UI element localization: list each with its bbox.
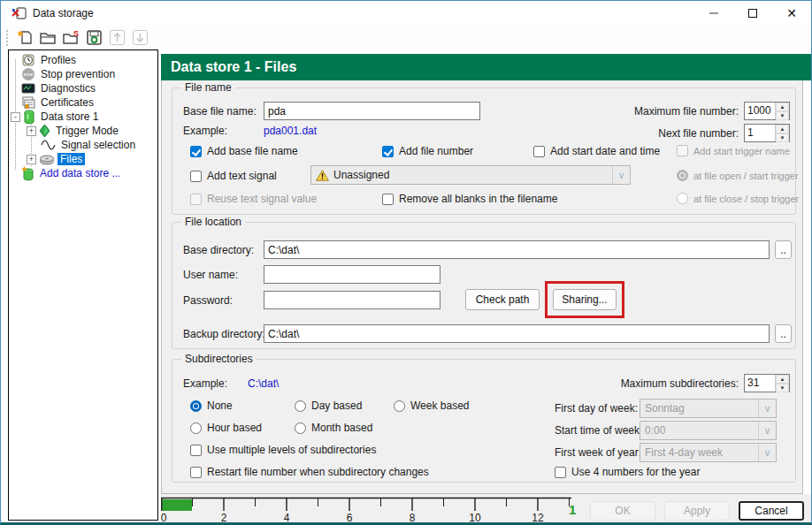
password-input[interactable] (264, 291, 440, 309)
spin-down-icon[interactable]: ▼ (776, 111, 789, 120)
radio-icon[interactable] (295, 422, 306, 434)
reuse-text-signal-checkbox: Reuse text signal value (190, 193, 317, 205)
file-name-group: File name Base file name: Maximum file n… (172, 88, 796, 215)
spin-down-icon[interactable]: ▼ (776, 133, 789, 142)
spin-down-icon[interactable]: ▼ (776, 384, 789, 392)
spin-up-icon[interactable]: ▲ (776, 103, 789, 111)
radio-selected-icon[interactable] (190, 400, 202, 412)
max-file-number-value[interactable]: 1000 (745, 103, 775, 119)
chevron-down-icon: ∨ (758, 399, 776, 417)
example-label: Example: (183, 377, 227, 390)
app-icon (11, 6, 27, 23)
add-start-trigger-checkbox: Add start trigger name (677, 145, 790, 156)
checkbox-icon[interactable] (190, 445, 202, 456)
multiple-levels-checkbox[interactable]: Use multiple levels of subdirectories (190, 444, 376, 456)
backup-directory-browse-button[interactable]: .. (775, 324, 792, 343)
user-name-input[interactable] (264, 265, 440, 284)
sidebar-item-trigger-mode[interactable]: + Trigger Mode (27, 124, 121, 138)
add-file-number-checkbox[interactable]: Add file number (382, 145, 473, 157)
checkbox-icon[interactable] (190, 171, 202, 182)
dropdown-value: Sonntag (645, 402, 685, 415)
max-file-number-label: Maximum file number: (634, 105, 739, 118)
ruler-tick-label: 4 (284, 512, 290, 524)
check-path-button[interactable]: Check path (465, 289, 540, 310)
open-folder-icon[interactable] (37, 28, 58, 48)
sidebar-item-diagnostics[interactable]: Diagnostics (21, 81, 98, 95)
checkbox-icon[interactable] (533, 146, 545, 157)
add-base-file-name-checkbox[interactable]: Add base file name (190, 145, 298, 157)
hour-based-radio[interactable]: Hour based (190, 422, 262, 434)
example-label: Example: (183, 125, 227, 137)
day-based-radio[interactable]: Day based (295, 399, 362, 412)
checkbox-icon[interactable] (555, 467, 566, 478)
navigation-tree: Profiles STOP Stop prevention Diagnostic… (8, 49, 158, 521)
base-directory-browse-button[interactable]: .. (775, 240, 792, 259)
remove-blanks-checkbox[interactable]: Remove all blanks in the filename (382, 193, 557, 205)
sidebar-item-label: Add data store ... (37, 167, 123, 179)
chevron-down-icon: ∨ (758, 422, 776, 439)
four-digit-year-checkbox[interactable]: Use 4 numbers for the year (555, 466, 700, 478)
certificates-icon (21, 95, 35, 110)
sidebar-item-add-data-store[interactable]: Add data store ... (21, 166, 123, 180)
next-file-number-stepper[interactable]: 1 ▲▼ (744, 124, 790, 142)
checkbox-checked-icon[interactable] (382, 146, 394, 157)
max-file-number-stepper[interactable]: 1000 ▲▼ (744, 102, 790, 120)
checkbox-icon[interactable] (190, 467, 202, 478)
minimize-button[interactable] (694, 2, 733, 25)
cancel-button[interactable]: Cancel (739, 501, 804, 521)
open-settings-folder-icon[interactable]: S (60, 28, 81, 48)
file-number-ruler: 0 2 4 6 8 10 12 (159, 497, 577, 523)
add-start-date-checkbox[interactable]: Add start date and time (533, 145, 660, 157)
signal-selection-icon (41, 139, 56, 151)
radio-icon[interactable] (295, 400, 306, 412)
none-radio[interactable]: None (190, 399, 233, 412)
radio-label: Week based (410, 399, 470, 412)
checkbox-label: Restart file number when subdirectory ch… (207, 466, 429, 478)
save-icon[interactable] (83, 28, 104, 48)
month-based-radio[interactable]: Month based (295, 422, 372, 434)
file-close-trigger-radio: at file close / stop trigger (677, 193, 799, 204)
checkbox-icon[interactable] (382, 194, 394, 205)
radio-icon[interactable] (394, 400, 405, 412)
first-week-dropdown: First 4-day week ∨ (640, 443, 777, 462)
max-subdirectories-stepper[interactable]: 31 ▲▼ (744, 374, 790, 392)
sidebar-item-stop-prevention[interactable]: STOP Stop prevention (21, 67, 118, 81)
spin-up-icon[interactable]: ▲ (776, 125, 789, 133)
expand-expander[interactable]: + (27, 155, 36, 164)
new-file-icon[interactable] (14, 28, 35, 48)
week-based-radio[interactable]: Week based (394, 399, 470, 412)
toolbar-grip[interactable] (6, 30, 10, 46)
base-directory-input[interactable] (264, 240, 770, 259)
next-file-number-value[interactable]: 1 (745, 125, 775, 141)
add-data-store-icon (21, 166, 34, 181)
window-title: Data storage (33, 7, 94, 19)
max-subdirectories-value[interactable]: 31 (745, 375, 775, 392)
checkbox-checked-icon[interactable] (190, 146, 202, 157)
spin-up-icon[interactable]: ▲ (776, 375, 789, 384)
base-file-name-input[interactable] (264, 102, 480, 120)
radio-icon[interactable] (190, 422, 202, 434)
sidebar-item-label: Files (57, 153, 85, 165)
radio-label: Hour based (207, 422, 262, 434)
add-text-signal-checkbox[interactable]: Add text signal (190, 170, 277, 182)
start-time-dropdown: 0:00 ∨ (640, 421, 777, 440)
sidebar-item-data-store-1[interactable]: - Data store 1 (11, 110, 101, 124)
sidebar-item-files[interactable]: + Files (27, 152, 85, 166)
collapse-expander[interactable]: - (11, 112, 20, 122)
sidebar-item-signal-selection[interactable]: Signal selection (41, 138, 138, 152)
footer-bar: 0 2 4 6 8 10 12 1 OK Apply Cancel (161, 494, 812, 523)
sidebar-item-profiles[interactable]: Profiles (21, 53, 79, 67)
backup-directory-input[interactable] (264, 324, 770, 343)
close-button[interactable]: ✕ (772, 2, 811, 25)
stop-prevention-icon: STOP (21, 67, 35, 81)
checkbox-label: Add start trigger name (693, 146, 790, 156)
radio-selected-icon (677, 170, 688, 181)
expand-expander[interactable]: + (27, 126, 36, 136)
text-signal-dropdown[interactable]: Unassigned ∨ (310, 165, 631, 185)
radio-label: at file open / start trigger (693, 171, 799, 181)
chevron-down-icon[interactable]: ∨ (612, 166, 630, 184)
next-file-number-label: Next file number: (658, 127, 739, 140)
sidebar-item-certificates[interactable]: Certificates (21, 95, 96, 110)
restart-file-number-checkbox[interactable]: Restart file number when subdirectory ch… (190, 466, 429, 478)
maximize-button[interactable] (733, 2, 772, 25)
